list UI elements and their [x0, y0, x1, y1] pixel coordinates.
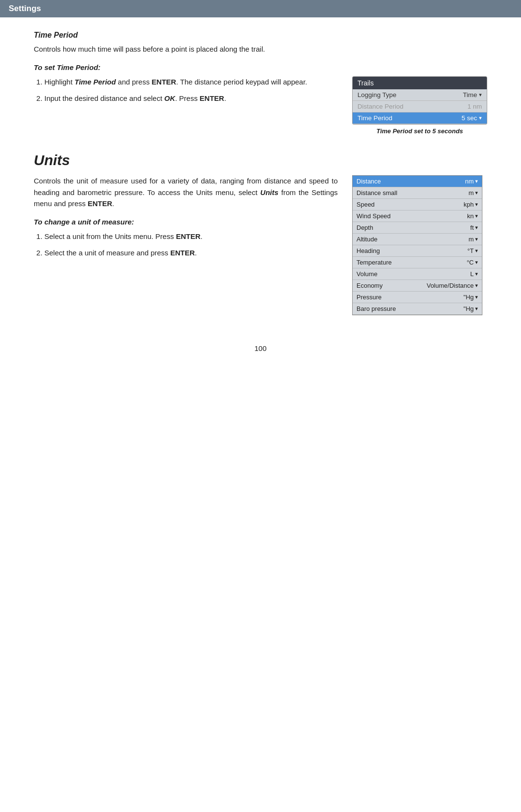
- depth-arrow: ▾: [475, 224, 478, 231]
- unit-altitude-label: Altitude: [356, 236, 377, 243]
- time-period-steps-col: Highlight Time Period and press ENTER. T…: [34, 76, 338, 109]
- wind-speed-arrow: ▾: [475, 213, 478, 219]
- settings-header-label: Settings: [9, 4, 41, 13]
- time-period-title-text: Time Period: [34, 31, 78, 39]
- unit-distance-value: nm ▾: [465, 178, 478, 185]
- units-step-1: Select a unit from the Units menu. Press…: [44, 231, 338, 242]
- trails-row-time: Time Period 5 sec ▾: [353, 112, 487, 124]
- unit-row-baro-pressure: Baro pressure "Hg ▾: [353, 303, 482, 315]
- speed-arrow: ▾: [475, 201, 478, 208]
- units-body-period: .: [112, 199, 114, 208]
- unit-row-volume: Volume L ▾: [353, 268, 482, 280]
- unit-row-heading: Heading °T ▾: [353, 245, 482, 257]
- unit-volume-value: L ▾: [470, 270, 478, 278]
- altitude-arrow: ▾: [475, 236, 478, 242]
- unit-pressure-label: Pressure: [356, 294, 382, 301]
- unit-row-distance-small: Distance small m ▾: [353, 187, 482, 199]
- step1-enter: ENTER: [151, 78, 176, 86]
- trails-row-distance-label: Distance Period: [357, 103, 403, 110]
- trails-row-logging: Logging Type Time ▾: [353, 89, 487, 101]
- economy-arrow: ▾: [475, 282, 478, 289]
- unit-row-economy: Economy Volume/Distance ▾: [353, 280, 482, 292]
- unit-distance-label: Distance: [356, 178, 381, 185]
- page-number: 100: [34, 344, 487, 352]
- settings-header: Settings: [0, 0, 521, 17]
- volume-arrow: ▾: [475, 271, 478, 277]
- units-subtitle-text: To change a unit of measure:: [34, 218, 134, 226]
- unit-row-wind-speed: Wind Speed kn ▾: [353, 210, 482, 222]
- unit-row-distance: Distance nm ▾: [353, 176, 482, 187]
- step2-ok: OK: [165, 94, 176, 102]
- unit-depth-value: ft ▾: [470, 224, 478, 231]
- unit-depth-label: Depth: [356, 224, 373, 231]
- trails-row-distance: Distance Period 1 nm: [353, 101, 487, 112]
- unit-volume-label: Volume: [356, 270, 377, 278]
- time-period-widget-col: Trails Logging Type Time ▾ Distance Peri…: [352, 76, 487, 135]
- time-dropdown-arrow: ▾: [479, 115, 482, 121]
- unit-pressure-value: "Hg ▾: [464, 294, 478, 301]
- unit-row-temperature: Temperature °C ▾: [353, 257, 482, 268]
- units-two-col: Controls the unit of measure used for a …: [34, 175, 487, 315]
- trails-row-logging-label: Logging Type: [357, 91, 397, 98]
- trails-row-distance-value: 1 nm: [467, 103, 482, 110]
- trails-row-logging-value: Time ▾: [463, 91, 482, 98]
- time-period-step-1: Highlight Time Period and press ENTER. T…: [44, 76, 338, 88]
- baro-pressure-arrow: ▾: [475, 306, 478, 312]
- units-widget: Distance nm ▾ Distance small m ▾ Speed k…: [352, 175, 482, 315]
- trails-row-time-value: 5 sec ▾: [462, 114, 482, 122]
- units-heading: Units: [34, 152, 487, 168]
- units-body-text: Controls the unit of measure used for a …: [34, 175, 338, 209]
- trails-widget: Trails Logging Type Time ▾ Distance Peri…: [352, 76, 487, 125]
- pressure-arrow: ▾: [475, 294, 478, 300]
- trails-widget-title: Trails: [353, 77, 487, 89]
- logging-dropdown-arrow: ▾: [479, 92, 482, 98]
- temperature-arrow: ▾: [475, 259, 478, 266]
- unit-speed-value: kph ▾: [464, 201, 478, 208]
- unit-wind-speed-label: Wind Speed: [356, 212, 391, 220]
- units-step-2: Select the a unit of measure and press E…: [44, 247, 338, 259]
- units-heading-text: Units: [34, 152, 70, 168]
- units-steps: Select a unit from the Units menu. Press…: [44, 231, 338, 259]
- units-step2-enter: ENTER: [170, 249, 195, 257]
- step1-highlight-word: Time Period: [75, 78, 116, 86]
- units-left-col: Controls the unit of measure used for a …: [34, 175, 338, 264]
- units-widget-col: Distance nm ▾ Distance small m ▾ Speed k…: [352, 175, 487, 315]
- unit-row-depth: Depth ft ▾: [353, 222, 482, 234]
- step2-enter: ENTER: [200, 94, 224, 102]
- unit-economy-label: Economy: [356, 282, 383, 289]
- time-period-subtitle-text: To set Time Period:: [34, 63, 100, 71]
- time-period-two-col: Highlight Time Period and press ENTER. T…: [34, 76, 487, 135]
- unit-temperature-value: °C ▾: [466, 259, 478, 266]
- time-period-steps: Highlight Time Period and press ENTER. T…: [44, 76, 338, 104]
- unit-row-pressure: Pressure "Hg ▾: [353, 292, 482, 303]
- unit-baro-pressure-label: Baro pressure: [356, 305, 396, 312]
- time-period-subtitle: To set Time Period:: [34, 63, 487, 71]
- time-period-title: Time Period: [34, 31, 487, 40]
- units-body-units-word: Units: [260, 188, 279, 196]
- trails-row-time-label: Time Period: [357, 114, 392, 122]
- unit-row-speed: Speed kph ▾: [353, 199, 482, 210]
- heading-arrow: ▾: [475, 248, 478, 254]
- unit-altitude-value: m ▾: [468, 236, 478, 243]
- unit-heading-label: Heading: [356, 247, 380, 254]
- units-step1-enter: ENTER: [176, 232, 201, 240]
- distance-arrow: ▾: [475, 178, 478, 184]
- trails-widget-caption: Time Period set to 5 seconds: [352, 127, 487, 135]
- unit-row-altitude: Altitude m ▾: [353, 234, 482, 245]
- unit-speed-label: Speed: [356, 201, 375, 208]
- distance-small-arrow: ▾: [475, 190, 478, 196]
- unit-baro-pressure-value: "Hg ▾: [464, 305, 478, 312]
- unit-economy-value: Volume/Distance ▾: [426, 282, 478, 289]
- unit-heading-value: °T ▾: [467, 247, 478, 254]
- unit-distance-small-value: m ▾: [468, 189, 478, 196]
- time-period-body: Controls how much time will pass before …: [34, 43, 487, 55]
- unit-distance-small-label: Distance small: [356, 189, 398, 196]
- units-body-enter: ENTER: [88, 199, 112, 208]
- time-period-step-2: Input the desired distance and select OK…: [44, 93, 338, 104]
- unit-temperature-label: Temperature: [356, 259, 392, 266]
- units-subtitle: To change a unit of measure:: [34, 218, 338, 226]
- unit-wind-speed-value: kn ▾: [467, 212, 478, 220]
